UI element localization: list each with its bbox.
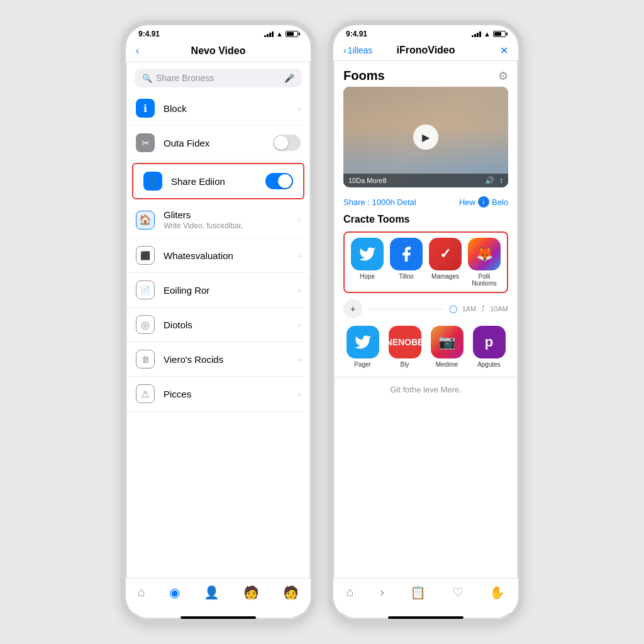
tab-location[interactable]: ◉ <box>169 585 180 600</box>
signal-icon-right <box>472 31 481 37</box>
status-icons-left: ▲ <box>264 30 298 38</box>
video-icon-1: 🔊 <box>485 176 494 185</box>
play-button[interactable]: ▶ <box>413 125 438 150</box>
gear-icon[interactable]: ⚙ <box>498 69 508 83</box>
toggle-thumb <box>274 136 288 150</box>
share-title: Share Ediion <box>171 176 257 187</box>
status-time-right: 9:4.91 <box>346 30 367 38</box>
app-item-polli[interactable]: 🦊 Polli Nunloms <box>467 238 502 287</box>
share-toggle[interactable] <box>265 173 293 189</box>
picces-icon: ⚠ <box>136 384 155 403</box>
back-button-right[interactable]: ‹ 1illeas <box>343 45 372 55</box>
video-bar: 10Da More8 🔊 ↕ <box>343 174 508 187</box>
tab-user-plus[interactable]: 🧑 <box>283 585 299 600</box>
search-input[interactable]: Share Broness <box>156 73 280 83</box>
wifi-icon-right: ▲ <box>484 30 491 38</box>
gliters-content: Gliters Write Video, fuscedibar, <box>164 209 289 230</box>
list-item-eoiling-ror[interactable]: 📄 Eoiling Ror › <box>126 273 311 308</box>
app-grid-row2: Pager NENOBE Bly 📷 Medime p <box>343 322 508 372</box>
vieros-title: Viero's Rocids <box>164 354 289 365</box>
vieros-content: Viero's Rocids <box>164 354 289 365</box>
status-bar-left: 9:4.91 ▲ <box>126 25 311 42</box>
list-item-picces[interactable]: ⚠ Picces › <box>126 377 311 411</box>
footer-text: Git fothe leve Mere. <box>333 377 518 402</box>
bottom-tabs-left: ⌂ ◉ 👤 🧑 🧑 <box>126 578 311 613</box>
tab-user[interactable]: 🧑 <box>243 585 259 600</box>
app-item-apgutes[interactable]: p Apgutes <box>470 326 508 368</box>
home-icon: ⌂ <box>138 585 145 599</box>
heart-icon: ♡ <box>452 585 464 600</box>
video-container[interactable]: ▶ 10Da More8 🔊 ↕ <box>343 87 508 187</box>
list-item-vieros-rocids[interactable]: 🗑 Viero's Rocids › <box>126 342 311 377</box>
app-item-hope[interactable]: Hope <box>350 238 385 287</box>
highlight-app-grid: Hope Tillno ✓ Mamages <box>343 231 508 293</box>
firefox-icon: 🦊 <box>468 238 501 270</box>
app-item-pager[interactable]: Pager <box>343 326 382 368</box>
nav-header-left: ‹ Nevo Video <box>126 42 311 62</box>
hand-icon: ✋ <box>489 585 505 600</box>
list-item-block[interactable]: ℹ Block › <box>126 91 311 126</box>
list-item-share-edition[interactable]: 👤 Share Ediion <box>133 164 303 198</box>
back-button-left[interactable]: ‹ <box>136 45 139 57</box>
chevron-icon: › <box>298 251 301 260</box>
divider-line <box>367 309 444 309</box>
vieros-icon: 🗑 <box>136 350 155 369</box>
search-bar[interactable]: 🔍 Share Broness 🎤 <box>135 69 302 87</box>
outa-content: Outa Fidex <box>164 138 264 148</box>
block-title: Block <box>164 103 289 114</box>
tab-profile[interactable]: 👤 <box>204 585 219 600</box>
share-add-button[interactable]: + <box>343 299 362 318</box>
bly-label: Bly <box>401 361 409 368</box>
chevron-icon: › <box>298 286 301 295</box>
forward-icon: › <box>380 585 384 599</box>
list-item-outa-fidex[interactable]: ✂ Outa Fidex <box>126 126 311 160</box>
list-item-gliters[interactable]: 🏠 Gliters Write Video, fuscedibar, › <box>126 202 311 238</box>
polli-label: Polli Nunloms <box>467 273 502 287</box>
share-icon-left: ◯ <box>449 304 457 313</box>
chevron-icon: › <box>298 320 301 330</box>
close-button-right[interactable]: ✕ <box>500 45 508 57</box>
tab-hand-right[interactable]: ✋ <box>489 585 505 600</box>
list-item-whatesvaluation[interactable]: ⬛ Whatesvaluation › <box>126 238 311 273</box>
chevron-icon: › <box>298 104 301 113</box>
video-link-row: Share : 1000h Detal Hew i Belo <box>333 192 518 214</box>
video-link-left[interactable]: Share : 1000h Detal <box>343 197 416 207</box>
user-icon: 🧑 <box>243 585 259 600</box>
medime-label: Medime <box>436 361 458 368</box>
tab-home-right[interactable]: ⌂ <box>347 585 354 600</box>
app-item-bly[interactable]: NENOBE Bly <box>386 326 424 368</box>
app-item-medime[interactable]: 📷 Medime <box>428 326 466 368</box>
nav-header-right: ‹ 1illeas iFronoVideo ✕ <box>333 42 518 61</box>
chevron-left-icon: ‹ <box>136 45 139 57</box>
chevron-left-icon-right: ‹ <box>343 45 347 55</box>
share-icon: 👤 <box>143 172 162 191</box>
outa-toggle[interactable] <box>273 135 301 151</box>
location-icon: ◉ <box>169 585 180 600</box>
diotols-icon: ◎ <box>136 315 155 334</box>
share-time-left: 1AM <box>462 305 477 313</box>
apgutes-label: Apgutes <box>477 361 501 368</box>
search-icon: 🔍 <box>142 74 152 83</box>
tab-home[interactable]: ⌂ <box>138 585 145 600</box>
tab-copy-right[interactable]: 📋 <box>410 585 426 600</box>
app-grid-row1: Hope Tillno ✓ Mamages <box>350 238 502 287</box>
gliters-title: Gliters <box>164 209 289 220</box>
app-item-tillno[interactable]: Tillno <box>389 238 424 287</box>
video-link-right[interactable]: Hew i Belo <box>459 196 508 208</box>
tab-heart-right[interactable]: ♡ <box>452 585 464 600</box>
whatesvaluation-content: Whatesvaluation <box>164 250 289 261</box>
list-item-diotols[interactable]: ◎ Diotols › <box>126 308 311 342</box>
video-time: 10Da More8 <box>348 177 387 184</box>
home-indicator <box>180 616 256 619</box>
mic-icon[interactable]: 🎤 <box>284 74 294 83</box>
app-item-mamages[interactable]: ✓ Mamages <box>428 238 463 287</box>
share-divider: + ◯ 1AM ⤴ 10AM <box>333 296 518 322</box>
status-icons-right: ▲ <box>472 30 506 38</box>
wifi-icon: ▲ <box>276 30 283 38</box>
eoiling-icon: 📄 <box>136 280 155 299</box>
share-content: Share Ediion <box>171 176 257 187</box>
chevron-icon: › <box>298 355 301 364</box>
battery-icon-right <box>493 31 506 37</box>
page-title-right: iFronoVideo <box>396 45 455 56</box>
tab-forward-right[interactable]: › <box>380 585 384 600</box>
